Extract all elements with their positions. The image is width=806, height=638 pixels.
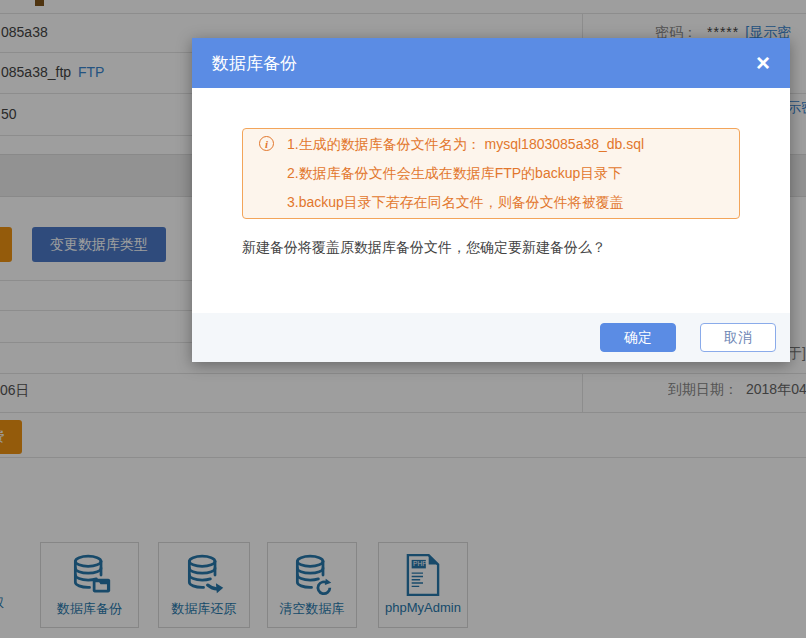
info-icon: i bbox=[259, 136, 274, 151]
dialog-title: 数据库备份 bbox=[212, 52, 297, 75]
screen: 085a38 085a38_ftp FTP 50 密码：*****[显示密 置 … bbox=[0, 0, 806, 638]
notice-line-3: 3.backup目录下若存在同名文件，则备份文件将被覆盖 bbox=[287, 188, 723, 217]
notice-line-2: 2.数据库备份文件会生成在数据库FTP的backup目录下 bbox=[287, 159, 723, 188]
dialog-header: 数据库备份 × bbox=[192, 38, 790, 88]
notice-line-1: 1.生成的数据库备份文件名为： mysql1803085a38_db.sql bbox=[287, 130, 723, 159]
dialog-body: i 1.生成的数据库备份文件名为： mysql1803085a38_db.sql… bbox=[192, 88, 790, 257]
ok-button[interactable]: 确定 bbox=[600, 323, 676, 352]
dialog-footer: 确定 取消 bbox=[192, 313, 790, 362]
cancel-button[interactable]: 取消 bbox=[700, 323, 776, 352]
backup-notice-box: i 1.生成的数据库备份文件名为： mysql1803085a38_db.sql… bbox=[242, 128, 740, 219]
confirm-message: 新建备份将覆盖原数据库备份文件，您确定要新建备份么？ bbox=[242, 239, 740, 257]
close-icon[interactable]: × bbox=[756, 51, 770, 75]
database-backup-dialog: 数据库备份 × i 1.生成的数据库备份文件名为： mysql1803085a3… bbox=[192, 38, 790, 362]
